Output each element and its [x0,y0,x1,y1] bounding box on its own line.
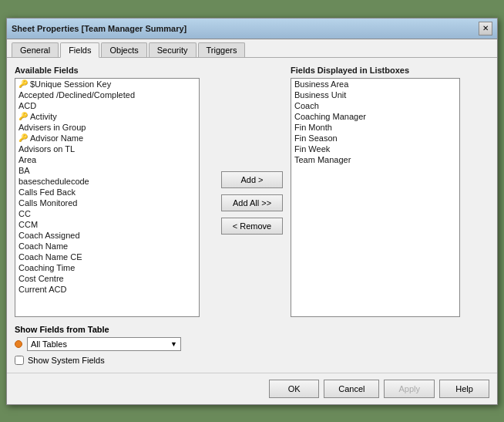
list-item[interactable]: Coach Name CE [15,252,199,262]
list-item[interactable]: Business Unit [291,89,459,100]
list-item[interactable]: Team Manager [291,154,459,165]
available-fields-panel: Available Fields 🔑 $Unique Session Key A… [15,66,213,317]
displayed-fields-panel: Fields Displayed in Listboxes Business A… [291,66,489,317]
list-item[interactable]: Fin Month [291,122,459,133]
tab-security[interactable]: Security [149,42,197,57]
list-item[interactable]: Calls Monitored [15,197,199,208]
list-item[interactable]: 🔑 Advisor Name [15,133,199,143]
bottom-section: Show Fields from Table All Tables ▼ Show… [15,325,489,365]
sheet-properties-window: Sheet Properties [Team Manager Summary] … [6,18,498,405]
list-item[interactable]: Coach Name [15,241,199,252]
tab-bar: General Fields Objects Security Triggers [7,39,497,58]
key-icon: 🔑 [18,133,28,142]
list-item[interactable]: Coach [291,100,459,111]
show-fields-label: Show Fields from Table [15,325,489,334]
list-item[interactable]: CCM [15,219,199,230]
title-bar: Sheet Properties [Team Manager Summary] … [7,19,497,39]
list-item[interactable]: 🔑 Activity [15,111,199,122]
orange-dot-icon [15,340,22,348]
list-item[interactable]: Coaching Manager [291,111,459,122]
tab-triggers[interactable]: Triggers [198,42,246,57]
apply-button[interactable]: Apply [384,380,435,398]
table-dropdown[interactable]: All Tables ▼ [27,337,181,351]
ok-button[interactable]: OK [269,380,319,398]
add-button[interactable]: Add > [221,171,283,188]
close-button[interactable]: ✕ [479,22,492,35]
list-item[interactable]: 🔑 $Unique Session Key [15,79,199,89]
key-icon: 🔑 [18,79,28,88]
list-item[interactable]: CC [15,208,199,219]
main-section: Available Fields 🔑 $Unique Session Key A… [15,66,489,317]
key-icon: 🔑 [18,112,28,120]
list-item[interactable]: Current ACD [15,284,199,295]
add-all-button[interactable]: Add All >> [221,194,283,211]
available-fields-label: Available Fields [15,66,213,75]
tab-general[interactable]: General [12,42,59,57]
displayed-fields-list[interactable]: Business Area Business Unit Coach Coachi… [291,78,460,317]
list-item[interactable]: Cost Centre [15,273,199,284]
window-title: Sheet Properties [Team Manager Summary] [12,24,186,33]
list-item[interactable]: Advisers in Group [15,122,199,133]
list-item[interactable]: Business Area [291,79,459,89]
action-bar: OK Cancel Apply Help [7,373,497,404]
show-system-fields-checkbox[interactable] [15,356,24,365]
list-item[interactable]: Fin Week [291,143,459,154]
list-item[interactable]: Coach Assigned [15,230,199,241]
list-item[interactable]: Accepted /Declined/Completed [15,89,199,100]
list-item[interactable]: ACD [15,100,199,111]
tab-objects[interactable]: Objects [101,42,146,57]
list-item[interactable]: Fin Season [291,133,459,143]
displayed-fields-label: Fields Displayed in Listboxes [291,66,489,75]
list-item[interactable]: Coaching Time [15,262,199,273]
tab-content: Available Fields 🔑 $Unique Session Key A… [7,58,497,373]
list-item[interactable]: BA [15,165,199,176]
tab-fields[interactable]: Fields [60,42,99,58]
cancel-button[interactable]: Cancel [324,380,379,398]
list-item[interactable]: baseschedulecode [15,176,199,187]
show-system-fields-row: Show System Fields [15,356,489,365]
middle-buttons-panel: Add > Add All >> < Remove [221,66,283,317]
list-item[interactable]: Calls Fed Back [15,187,199,197]
list-item[interactable]: Area [15,154,199,165]
show-system-fields-label: Show System Fields [28,356,105,365]
remove-button[interactable]: < Remove [221,218,283,235]
available-fields-list[interactable]: 🔑 $Unique Session Key Accepted /Declined… [15,78,200,317]
dropdown-row: All Tables ▼ [15,337,489,351]
help-button[interactable]: Help [439,380,489,398]
list-item[interactable]: Advisors on TL [15,143,199,154]
chevron-down-icon: ▼ [170,340,177,348]
